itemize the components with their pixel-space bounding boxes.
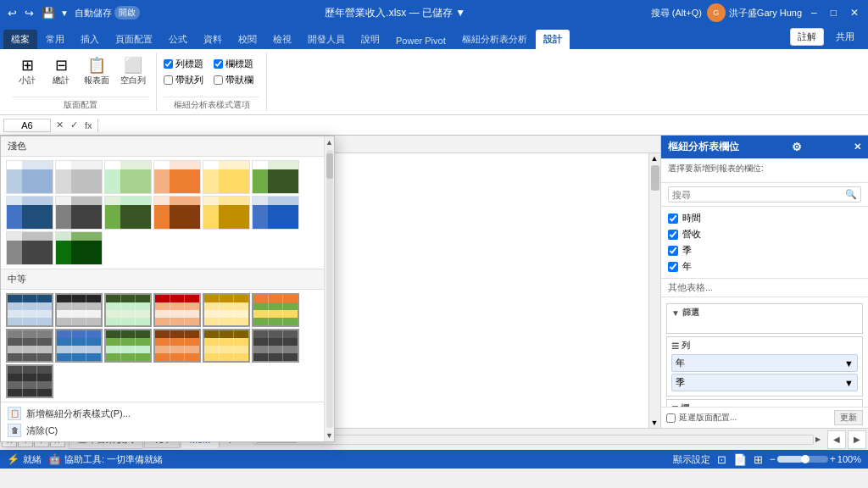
light-style-item[interactable] — [153, 196, 201, 230]
display-settings[interactable]: 顯示設定 — [673, 453, 710, 466]
maximize-btn[interactable]: □ — [826, 5, 841, 20]
col-zone[interactable]: ⊞ 欄 — [666, 399, 863, 407]
light-style-item[interactable] — [55, 160, 103, 194]
panel-search-input[interactable] — [672, 190, 845, 200]
medium-style-item[interactable] — [55, 329, 103, 363]
light-style-item[interactable] — [203, 196, 250, 230]
band-col-checkbox[interactable] — [214, 75, 223, 85]
save-icon[interactable]: 💾 — [39, 5, 58, 21]
grandtotal-btn[interactable]: ⊟ 總計 — [46, 56, 76, 88]
light-style-item[interactable] — [6, 196, 53, 230]
tab-power-pivot[interactable]: Power Pivot — [388, 32, 453, 49]
style-panel-scrollbar[interactable]: ▲ ▼ — [324, 136, 334, 441]
field-checkbox-year[interactable] — [668, 262, 678, 272]
style-scroll-up[interactable]: ▲ — [324, 136, 335, 148]
light-style-item[interactable] — [55, 196, 103, 230]
v-scroll-up[interactable]: ▲ — [649, 153, 659, 164]
col-header-checkbox[interactable] — [214, 59, 223, 69]
v-scroll-down[interactable]: ▼ — [649, 418, 659, 428]
zoom-slider-thumb[interactable] — [801, 455, 810, 463]
light-style-item[interactable] — [55, 231, 103, 265]
style-scroll-track[interactable] — [326, 150, 333, 428]
medium-style-item[interactable] — [153, 293, 201, 327]
tab-view[interactable]: 檢視 — [265, 30, 299, 49]
tab-layout[interactable]: 頁面配置 — [108, 30, 160, 49]
medium-style-item[interactable] — [153, 329, 201, 363]
row-zone-year[interactable]: 年 ▼ — [671, 354, 858, 372]
v-scroll-thumb[interactable] — [651, 165, 659, 191]
medium-style-item[interactable] — [6, 364, 53, 398]
page-layout-icon[interactable]: 📄 — [733, 453, 747, 466]
h-scroll-right[interactable]: ▶ — [815, 435, 824, 444]
style-scroll-thumb[interactable] — [326, 153, 333, 179]
tab-formula[interactable]: 公式 — [161, 30, 195, 49]
zoom-slider[interactable] — [777, 456, 828, 463]
field-checkbox-quarter[interactable] — [668, 246, 678, 256]
other-tables[interactable]: 其他表格... — [661, 279, 868, 297]
zoom-in-icon[interactable]: + — [830, 453, 836, 465]
light-style-item[interactable] — [6, 231, 53, 265]
quick-dropdown-icon[interactable]: ▼ — [60, 8, 69, 18]
tab-pivot-analyze[interactable]: 樞紐分析表分析 — [454, 30, 535, 49]
page-break-icon[interactable]: ⊞ — [754, 453, 763, 466]
v-scrollbar[interactable]: ▲ ▼ — [648, 153, 660, 428]
tab-developer[interactable]: 開發人員 — [300, 30, 353, 49]
blankrows-btn[interactable]: ⬜ 空白列 — [117, 56, 149, 88]
col-header-check[interactable]: 欄標題 — [214, 58, 253, 70]
comment-btn[interactable]: 註解 — [790, 28, 824, 46]
v-scroll-track[interactable] — [649, 164, 660, 418]
band-col-check[interactable]: 帶狀欄 — [214, 74, 253, 86]
row-zone[interactable]: ☰ 列 年 ▼ 季 ▼ — [666, 336, 863, 396]
update-btn[interactable]: 更新 — [834, 410, 863, 425]
tab-file[interactable]: 檔案 — [3, 30, 37, 49]
row-zone-quarter-arrow[interactable]: ▼ — [844, 378, 854, 388]
field-checkbox-revenue[interactable] — [668, 230, 678, 240]
row-header-checkbox[interactable] — [164, 59, 173, 69]
zoom-control[interactable]: − + 100% — [770, 453, 861, 465]
tab-help[interactable]: 說明 — [353, 30, 387, 49]
formula-insert-icon[interactable]: fx — [83, 120, 94, 130]
band-row-checkbox[interactable] — [164, 75, 173, 85]
style-scroll-down[interactable]: ▼ — [324, 430, 335, 441]
normal-view-icon[interactable]: ⊡ — [717, 453, 726, 466]
tab-insert[interactable]: 插入 — [73, 30, 107, 49]
medium-style-item[interactable] — [6, 293, 53, 327]
ai-icon[interactable]: 🤖 — [48, 453, 61, 465]
reportlayout-btn[interactable]: 📋 報表面 — [80, 56, 114, 88]
medium-style-item[interactable] — [104, 329, 152, 363]
light-style-item[interactable] — [6, 160, 53, 194]
tab-home[interactable]: 常用 — [38, 30, 72, 49]
panel-settings-icon[interactable]: ⚙ — [792, 141, 802, 153]
minimize-btn[interactable]: – — [807, 5, 821, 20]
tab-review[interactable]: 校閱 — [231, 30, 264, 49]
close-btn[interactable]: ✕ — [846, 5, 863, 20]
medium-style-item[interactable] — [203, 293, 250, 327]
tab-design[interactable]: 設計 — [536, 30, 570, 49]
defer-checkbox[interactable] — [666, 413, 676, 423]
formula-ok-icon[interactable]: ✓ — [69, 119, 80, 130]
undo-icon[interactable]: ↩ — [5, 5, 19, 21]
medium-style-item[interactable] — [252, 293, 299, 327]
tab-data[interactable]: 資料 — [196, 30, 230, 49]
share-btn[interactable]: 共用 — [829, 28, 861, 46]
nav-arrow-right[interactable]: ▶ — [848, 430, 866, 449]
h-scrollbar[interactable] — [253, 435, 814, 445]
light-style-item[interactable] — [203, 160, 250, 194]
formula-input[interactable] — [102, 119, 865, 131]
medium-style-item[interactable] — [104, 293, 152, 327]
cell-ref-input[interactable] — [3, 119, 51, 132]
medium-style-item[interactable] — [6, 329, 53, 363]
light-style-item[interactable] — [153, 160, 201, 194]
field-checkbox-time[interactable] — [668, 214, 678, 224]
light-style-item[interactable] — [104, 160, 152, 194]
medium-style-item[interactable] — [203, 329, 250, 363]
band-row-check[interactable]: 帶狀列 — [164, 74, 203, 86]
subtotal-btn[interactable]: ⊞ 小計 — [12, 56, 42, 88]
medium-style-item[interactable] — [55, 293, 103, 327]
panel-collapse-icon[interactable]: ✕ — [854, 141, 861, 152]
redo-icon[interactable]: ↪ — [22, 5, 36, 21]
light-style-item[interactable] — [252, 160, 299, 194]
row-zone-year-arrow[interactable]: ▼ — [844, 358, 854, 369]
light-style-item[interactable] — [104, 196, 152, 230]
zoom-out-icon[interactable]: − — [770, 453, 776, 465]
